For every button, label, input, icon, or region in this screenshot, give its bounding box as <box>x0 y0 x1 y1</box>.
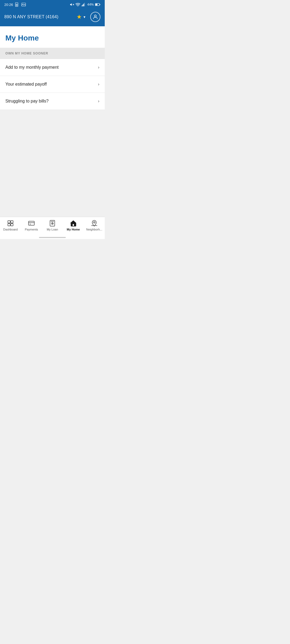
status-time: 20:26 <box>4 3 13 7</box>
nav-item-my-home[interactable]: My Home <box>63 220 84 231</box>
battery-icon <box>95 3 100 6</box>
status-bar: 20:26 44 <box>0 0 105 9</box>
menu-item-struggling-label: Struggling to pay bills? <box>5 99 49 104</box>
mute-icon <box>70 2 74 7</box>
neighborhood-icon <box>91 220 98 227</box>
nav-item-dashboard[interactable]: Dashboard <box>0 220 21 231</box>
svg-rect-8 <box>82 5 83 6</box>
svg-rect-15 <box>8 221 10 223</box>
signal-icon <box>82 2 86 7</box>
svg-point-28 <box>93 222 95 223</box>
sim-icon <box>15 2 20 7</box>
svg-rect-9 <box>83 4 84 6</box>
svg-rect-19 <box>28 221 34 225</box>
my-loan-icon <box>49 220 56 227</box>
payments-icon <box>28 220 35 227</box>
nav-label-dashboard: Dashboard <box>3 228 18 231</box>
menu-item-payoff[interactable]: Your estimated payoff › <box>0 76 105 93</box>
app-header: 890 N ANY STREET (4164) ★ ▾ <box>0 9 105 26</box>
wifi-icon <box>75 2 80 7</box>
nav-label-neighborhood: Neighborh... <box>86 228 102 231</box>
nav-label-payments: Payments <box>25 228 38 231</box>
menu-item-struggling[interactable]: Struggling to pay bills? › <box>0 93 105 109</box>
menu-item-struggling-chevron-icon: › <box>98 99 99 104</box>
svg-rect-16 <box>11 221 13 223</box>
property-address: 890 N ANY STREET (4164) <box>4 14 74 19</box>
svg-rect-1 <box>16 4 17 6</box>
battery-label: 44% <box>87 3 94 6</box>
dashboard-icon <box>7 220 14 227</box>
menu-item-payoff-chevron-icon: › <box>98 82 99 87</box>
svg-rect-18 <box>11 224 13 226</box>
page-title-section: My Home <box>0 26 105 48</box>
bottom-home-indicator <box>0 235 105 239</box>
svg-rect-12 <box>100 4 100 5</box>
menu-list: Add to my monthly payment › Your estimat… <box>0 59 105 109</box>
svg-rect-10 <box>84 3 85 6</box>
status-left: 20:26 <box>4 2 26 7</box>
nav-item-my-loan[interactable]: My Loan <box>42 220 63 231</box>
profile-icon <box>92 14 98 20</box>
nav-label-my-home: My Home <box>67 228 80 231</box>
nav-label-my-loan: My Loan <box>47 228 58 231</box>
home-indicator-bar <box>39 237 66 238</box>
svg-rect-17 <box>8 224 10 226</box>
svg-rect-27 <box>73 224 74 226</box>
page-title: My Home <box>5 34 99 42</box>
svg-rect-13 <box>95 4 97 5</box>
menu-item-payoff-label: Your estimated payoff <box>5 82 47 87</box>
status-right: 44% <box>70 2 100 7</box>
my-home-icon <box>70 220 77 227</box>
svg-point-14 <box>94 15 96 17</box>
content-spacer <box>0 109 105 217</box>
svg-point-6 <box>78 6 78 6</box>
favorite-star-icon[interactable]: ★ <box>77 13 82 20</box>
menu-item-add-payment-label: Add to my monthly payment <box>5 65 59 70</box>
section-header-own-home: OWN MY HOME SOONER <box>0 48 105 59</box>
menu-item-add-payment-chevron-icon: › <box>98 65 99 70</box>
nav-item-neighborhood[interactable]: Neighborh... <box>84 220 105 231</box>
address-dropdown-chevron-icon[interactable]: ▾ <box>84 15 85 19</box>
menu-item-add-payment[interactable]: Add to my monthly payment › <box>0 59 105 76</box>
svg-rect-7 <box>82 5 82 6</box>
bottom-navigation: Dashboard Payments My Loan My Home <box>0 217 105 235</box>
profile-button[interactable] <box>90 12 100 22</box>
photo-icon <box>21 2 26 7</box>
nav-item-payments[interactable]: Payments <box>21 220 42 231</box>
